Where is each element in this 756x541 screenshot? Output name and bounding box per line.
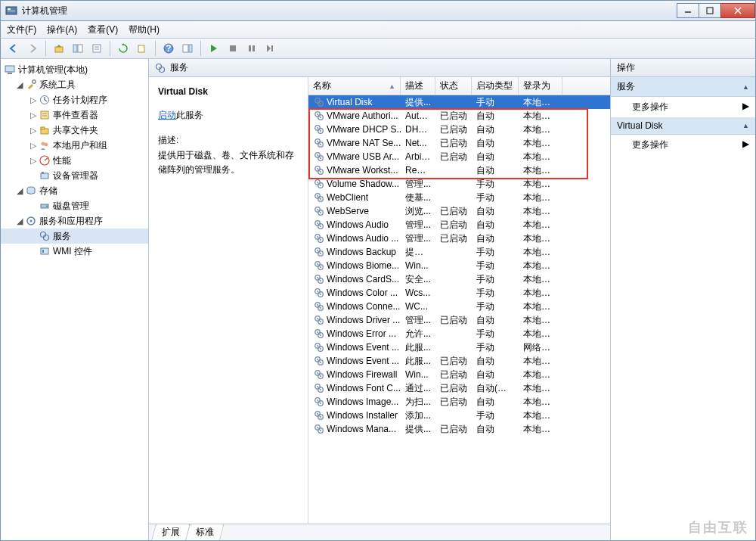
service-row[interactable]: Windows Image...为扫...已启动自动本地服务 <box>308 395 610 409</box>
menubar: 文件(F) 操作(A) 查看(V) 帮助(H) <box>0 21 756 38</box>
svg-point-68 <box>317 154 318 156</box>
svg-point-140 <box>317 400 318 401</box>
tree-performance[interactable]: ▷性能 <box>1 153 148 168</box>
service-row[interactable]: Windows Conne...WC...手动本地服务 <box>308 300 610 313</box>
service-row[interactable]: Windows Biome...Win...手动本地系统 <box>308 259 610 272</box>
pause-service-button[interactable] <box>243 40 260 57</box>
column-logon[interactable]: 登录为 <box>519 77 562 95</box>
service-row[interactable]: Windows Font C...通过...已启动自动(延迟...本地服务 <box>308 381 610 395</box>
tree-device-manager[interactable]: 设备管理器 <box>1 168 148 183</box>
svg-rect-9 <box>78 45 82 52</box>
service-row[interactable]: VMware DHCP S...DHC...已启动自动本地系统 <box>308 123 610 136</box>
up-button[interactable] <box>51 40 67 57</box>
gear-icon <box>313 205 325 217</box>
maximize-button[interactable] <box>699 3 721 18</box>
start-service-button[interactable] <box>206 40 222 57</box>
action-pane-toggle[interactable] <box>179 40 196 57</box>
service-row[interactable]: VMware USB Ar...Arbit...已启动自动本地系统 <box>308 150 610 163</box>
minimize-button[interactable] <box>677 3 699 18</box>
svg-point-100 <box>317 263 318 265</box>
tree-storage[interactable]: ◢存储 <box>1 183 148 198</box>
svg-point-60 <box>317 127 318 129</box>
properties-button[interactable] <box>88 40 105 57</box>
service-row[interactable]: Windows Color ...Wcs...手动本地服务 <box>308 286 610 300</box>
svg-point-97 <box>320 253 321 254</box>
svg-point-53 <box>320 103 321 104</box>
tree-services[interactable]: 服务 <box>1 229 148 244</box>
menu-file[interactable]: 文件(F) <box>7 23 36 36</box>
diskmgmt-icon <box>39 200 51 212</box>
svg-point-41 <box>46 206 48 207</box>
restart-service-button[interactable] <box>262 40 279 57</box>
navigation-tree[interactable]: 计算机管理(本地) ◢系统工具 ▷任务计划程序 ▷事件查看器 ▷共享文件夹 ▷本… <box>1 59 149 540</box>
service-row[interactable]: Windows Installer添加...手动本地系统 <box>308 409 610 422</box>
svg-line-36 <box>45 158 48 160</box>
back-button[interactable] <box>5 40 22 57</box>
selected-service-title: Virtual Disk <box>158 85 299 99</box>
services-list[interactable]: 名称▲ 描述 状态 启动类型 登录为 Virtual Disk提供...手动本地… <box>308 77 610 524</box>
tree-shared-folders[interactable]: ▷共享文件夹 <box>1 123 148 138</box>
menu-view[interactable]: 查看(V) <box>88 23 118 36</box>
tree-wmi[interactable]: WMI 控件 <box>1 244 148 259</box>
actions-section-selected[interactable]: Virtual Disk▲ <box>611 117 755 135</box>
eventviewer-icon <box>39 109 51 121</box>
service-row[interactable]: Windows Event ...此服...已启动自动本地服务 <box>308 354 610 368</box>
actions-more-1[interactable]: 更多操作▶ <box>611 97 755 117</box>
tree-task-scheduler[interactable]: ▷任务计划程序 <box>1 92 148 107</box>
column-name[interactable]: 名称▲ <box>308 77 401 95</box>
tree-root[interactable]: 计算机管理(本地) <box>1 62 148 77</box>
tree-local-users[interactable]: ▷本地用户和组 <box>1 138 148 153</box>
svg-point-132 <box>317 372 318 374</box>
service-row[interactable]: Virtual Disk提供...手动本地系统 <box>308 95 610 109</box>
menu-help[interactable]: 帮助(H) <box>129 23 160 36</box>
svg-point-64 <box>317 141 318 142</box>
svg-point-61 <box>320 130 321 132</box>
show-hide-console-tree[interactable] <box>70 40 86 57</box>
service-row[interactable]: WebClient使基...手动本地服务 <box>308 191 610 204</box>
tree-event-viewer[interactable]: ▷事件查看器 <box>1 107 148 123</box>
svg-point-56 <box>317 113 318 115</box>
gear-icon <box>313 341 325 353</box>
start-service-link[interactable]: 启动 <box>158 110 176 120</box>
detail-pane: Virtual Disk 启动此服务 描述: 提供用于磁盘、卷、文件系统和存储阵… <box>149 77 308 524</box>
svg-point-69 <box>320 157 321 159</box>
service-row[interactable]: Volume Shadow...管理...手动本地系统 <box>308 177 610 191</box>
service-row[interactable]: Windows CardS...安全...手动本地系统 <box>308 272 610 286</box>
stop-service-button[interactable] <box>225 40 241 57</box>
tree-disk-management[interactable]: 磁盘管理 <box>1 198 148 213</box>
scheduler-icon <box>39 94 51 106</box>
service-row[interactable]: Windows FirewallWin...已启动自动本地服务 <box>308 368 610 381</box>
service-row[interactable]: Windows Mana...提供...已启动自动本地系统 <box>308 422 610 436</box>
service-row[interactable]: Windows Event ...此服...手动网络服务 <box>308 340 610 354</box>
service-row[interactable]: Windows Error ...允许...手动本地系统 <box>308 327 610 340</box>
tree-system-tools[interactable]: ◢系统工具 <box>1 77 148 92</box>
svg-rect-47 <box>42 250 44 253</box>
service-row[interactable]: Windows Audio管理...已启动自动本地服务 <box>308 218 610 232</box>
tab-standard[interactable]: 标准 <box>185 524 225 540</box>
forward-button[interactable] <box>24 40 41 57</box>
column-desc[interactable]: 描述 <box>401 77 435 95</box>
actions-section-services[interactable]: 服务▲ <box>611 77 755 97</box>
menu-action[interactable]: 操作(A) <box>47 23 77 36</box>
help-button[interactable]: ? <box>160 40 177 57</box>
service-row[interactable]: Windows Driver ...管理...已启动自动本地系统 <box>308 313 610 327</box>
service-row[interactable]: VMware Authori...Auth...已启动自动本地系统 <box>308 109 610 123</box>
svg-rect-17 <box>189 45 192 52</box>
gear-icon <box>313 396 325 408</box>
svg-point-81 <box>320 198 321 200</box>
service-row[interactable]: WebServe浏览...已启动自动本地系统 <box>308 204 610 218</box>
close-button[interactable] <box>720 3 755 18</box>
actions-more-2[interactable]: 更多操作▶ <box>611 135 755 155</box>
service-row[interactable]: Windows Audio ...管理...已启动自动本地系统 <box>308 232 610 245</box>
column-startup[interactable]: 启动类型 <box>472 77 519 95</box>
service-row[interactable]: Windows Backup提供 ...手动本地系统 <box>308 245 610 259</box>
service-row[interactable]: VMware Workst...Rem...自动本地系统 <box>308 163 610 177</box>
tab-extended[interactable]: 扩展 <box>151 524 191 540</box>
tree-services-apps[interactable]: ◢服务和应用程序 <box>1 213 148 229</box>
column-status[interactable]: 状态 <box>435 77 472 95</box>
refresh-button[interactable] <box>115 40 132 57</box>
export-button[interactable] <box>134 40 150 57</box>
collapse-icon: ▲ <box>742 83 749 91</box>
svg-point-120 <box>317 331 318 333</box>
service-row[interactable]: VMware NAT Se...Net...已启动自动本地系统 <box>308 136 610 150</box>
